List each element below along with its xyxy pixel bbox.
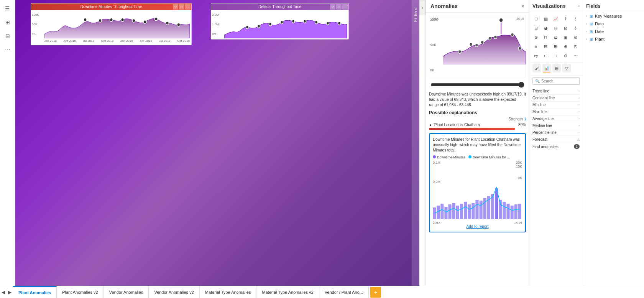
svg-point-15 xyxy=(327,21,329,25)
explanation-text: 'Plant Location' is Chatham xyxy=(434,123,480,127)
tab-plant-anomalies[interactable]: Plant Anomalies xyxy=(13,286,57,298)
kpi-icon[interactable]: ⊘ xyxy=(571,33,580,41)
filters-label: Filters xyxy=(413,8,418,22)
data-icon[interactable]: ⊟ xyxy=(2,31,13,41)
viz-expand-icon[interactable]: › xyxy=(578,4,580,8)
line-chart-icon[interactable]: 📈 xyxy=(552,15,560,23)
forecast-item[interactable]: Forecast △ xyxy=(532,136,580,143)
popup-x-labels: 2018 2019 xyxy=(433,221,522,225)
scatter-chart-icon[interactable]: ⊞ xyxy=(532,24,540,32)
tab-vendor-plant-ano[interactable]: Vendor / Plant Ano... xyxy=(319,286,369,298)
anomalies-badge: 1 xyxy=(574,144,580,149)
format-button[interactable]: 🖌 xyxy=(532,64,541,72)
constant-line-item[interactable]: Constant line › xyxy=(532,94,580,101)
explanation-bar xyxy=(429,128,515,130)
tab-vendor-anomalies[interactable]: Vendor Anomalies xyxy=(104,286,149,298)
anomalies-body: 100K 50K 0K xyxy=(426,13,529,286)
pie-chart-icon[interactable]: ◕ xyxy=(542,24,550,32)
find-anomalies-item[interactable]: Find anomalies 1 xyxy=(532,143,580,150)
bar-chart-icon[interactable]: ▦ xyxy=(542,15,550,23)
donut-chart-icon[interactable]: ◎ xyxy=(552,24,560,32)
field-button[interactable]: ⊞ xyxy=(552,64,561,72)
trend-line-item[interactable]: Trend line › xyxy=(532,88,580,94)
viz-title: Visualizations xyxy=(532,3,565,9)
svg-rect-34 xyxy=(460,204,463,219)
tab-plant-anomalies-v2[interactable]: Plant Anomalies v2 xyxy=(57,286,104,298)
collapse-button[interactable]: ‹ xyxy=(419,0,426,15)
stacked-bar-icon[interactable]: ⊟ xyxy=(532,15,540,23)
add-tab-button[interactable]: + xyxy=(370,287,381,298)
svg-point-7 xyxy=(177,23,180,26)
field-date[interactable]: › ⊞ Date xyxy=(583,28,644,35)
defects-filter-btn[interactable]: ▽ xyxy=(330,4,335,10)
add-to-report-button[interactable]: Add to report xyxy=(433,224,522,229)
anomaly-description: Downtime Minutes was unexpectedly high o… xyxy=(429,92,526,108)
max-line-item[interactable]: Max line › xyxy=(532,108,580,115)
menu-icon[interactable]: ☰ xyxy=(2,3,13,14)
date-expand: › xyxy=(586,30,587,33)
filter-icon-btn[interactable]: ▽ xyxy=(562,64,571,72)
model-icon[interactable]: ⋯ xyxy=(2,44,13,55)
python-icon[interactable]: Py xyxy=(532,51,540,60)
matrix-icon[interactable]: ⊞ xyxy=(552,42,560,51)
field-key-measures[interactable]: › ⊞ Key Measures xyxy=(583,12,644,20)
plant-expand: › xyxy=(586,37,587,41)
table-icon[interactable]: ⊟ xyxy=(542,42,550,51)
percentile-line-item[interactable]: Percentile line › xyxy=(532,129,580,136)
max-line-chevron: › xyxy=(578,110,580,114)
area-chart-icon[interactable]: ⌇ xyxy=(561,15,570,23)
report-icon[interactable]: ⊞ xyxy=(2,17,13,28)
field-plant[interactable]: › ⊞ Plant xyxy=(583,35,644,43)
anomaly-time-slider[interactable] xyxy=(430,82,524,88)
svg-point-2 xyxy=(121,18,124,21)
tab-next-button[interactable]: ▶ xyxy=(7,286,13,298)
svg-point-0 xyxy=(99,19,102,22)
svg-point-1 xyxy=(110,18,113,21)
key-influencer-icon[interactable]: ⊏ xyxy=(542,51,550,60)
slicer-icon[interactable]: ≡ xyxy=(532,42,540,51)
median-line-item[interactable]: Median line › xyxy=(532,122,580,129)
defects-chart-card[interactable]: Defects Throughout Time ▽ □ ⋯ 2.0M 1.0M … xyxy=(211,3,349,40)
downtime-chart-card[interactable]: Downtime Minutes Throughout Time ▽ □ ⋯ 1… xyxy=(31,3,192,45)
funnel-icon[interactable]: ⊓ xyxy=(542,33,550,41)
chart-controls: ▽ □ ⋯ xyxy=(173,4,191,10)
svg-point-4 xyxy=(143,20,146,24)
min-line-item[interactable]: Min line › xyxy=(532,101,580,108)
gauge-icon[interactable]: ◒ xyxy=(552,33,560,41)
focus-btn[interactable]: □ xyxy=(179,4,184,10)
analytics-button active[interactable]: 📊 xyxy=(542,64,551,72)
average-line-item[interactable]: Average line › xyxy=(532,115,580,122)
filled-map-icon[interactable]: ⊗ xyxy=(532,33,540,41)
azure-map-icon[interactable]: ⊕ xyxy=(561,42,570,51)
tab-vendor-anomalies-v2[interactable]: Vendor Anomalies v2 xyxy=(149,286,199,298)
filter-btn[interactable]: ▽ xyxy=(173,4,178,10)
more-btn[interactable]: ⋯ xyxy=(185,4,191,10)
defects-focus-btn[interactable]: □ xyxy=(336,4,342,10)
ribbon-chart-icon[interactable]: ⋮ xyxy=(571,15,580,23)
treemap-icon[interactable]: ⊠ xyxy=(561,24,570,32)
data-expand: › xyxy=(586,22,587,26)
explanation-expand-icon[interactable]: ▲ xyxy=(429,123,432,127)
anomalies-close-button[interactable]: × xyxy=(521,3,524,9)
tab-material-type-anomalies[interactable]: Material Type Anomalies xyxy=(200,286,257,298)
legend-label-1: Downtime Minutes xyxy=(437,155,465,159)
explanation-pct: 89% xyxy=(518,123,526,127)
qa-visual-icon[interactable]: ⊘ xyxy=(561,51,570,60)
tab-material-type-anomalies-v2[interactable]: Material Type Anomalies v2 xyxy=(256,286,319,298)
svg-rect-28 xyxy=(437,206,440,219)
main-canvas: Downtime Minutes Throughout Time ▽ □ ⋯ 1… xyxy=(15,0,419,286)
decomp-tree-icon[interactable]: ⊐ xyxy=(552,51,560,60)
analytics-search-input[interactable] xyxy=(541,79,577,83)
card-icon[interactable]: ▣ xyxy=(561,33,570,41)
field-data[interactable]: › ⊞ Data xyxy=(583,20,644,28)
svg-rect-32 xyxy=(452,203,455,219)
constant-line-chevron: › xyxy=(578,96,580,100)
defects-more-btn[interactable]: ⋯ xyxy=(342,4,348,10)
map-icon[interactable]: ⊹ xyxy=(571,24,580,32)
r-visual-icon[interactable]: R xyxy=(571,42,580,51)
tab-prev-button[interactable]: ◀ xyxy=(0,286,7,298)
more-visuals-icon[interactable]: ⋯ xyxy=(571,51,580,60)
filters-sidebar[interactable]: Filters xyxy=(412,0,419,286)
percentile-line-chevron: › xyxy=(578,131,580,134)
data-label: Data xyxy=(595,21,604,26)
